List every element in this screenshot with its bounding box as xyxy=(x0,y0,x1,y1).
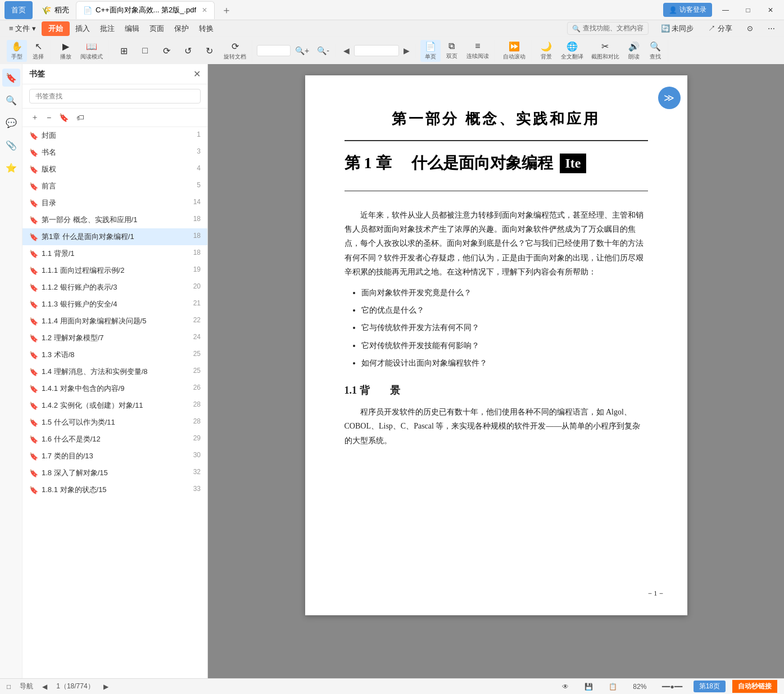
bookmark-tag-btn[interactable]: 🏷 xyxy=(75,111,86,124)
bookmark-text: 封面 xyxy=(42,130,193,141)
list-item[interactable]: 🔖 1.4 理解消息、方法和实例变量/8 25 xyxy=(22,363,207,380)
bookmark-sidebar-btn[interactable]: 🔖 xyxy=(2,69,20,87)
menu-edit[interactable]: 编辑 xyxy=(120,21,144,36)
list-item[interactable]: 🔖 1.2 理解对象模型/7 24 xyxy=(22,330,207,346)
select-tool-btn[interactable]: ↖ 选择 xyxy=(28,40,48,62)
app-tab[interactable]: 🌾 稻壳 xyxy=(35,1,76,19)
list-item[interactable]: 🔖 1.6 什么不是类/12 29 xyxy=(22,431,207,448)
page-input[interactable]: 18/774 xyxy=(354,45,399,56)
bottom-next-btn[interactable]: ▶ xyxy=(103,683,108,691)
list-item[interactable]: 🔖 封面 1 xyxy=(22,127,207,144)
home-tab[interactable]: 首页 xyxy=(4,1,33,19)
minimize-button[interactable]: — xyxy=(717,3,735,17)
list-item[interactable]: 🔖 第一部分 概念、实践和应用/1 18 xyxy=(22,211,207,228)
menu-protect[interactable]: 保护 xyxy=(170,21,193,36)
list-item[interactable]: 🔖 1.1.1 面向过程编程示例/2 19 xyxy=(22,262,207,279)
reading-mode-btn[interactable]: 📖 阅读模式 xyxy=(77,40,106,62)
bottom-prev-btn[interactable]: ◀ xyxy=(42,683,47,691)
list-item[interactable]: 🔖 1.3 术语/8 25 xyxy=(22,346,207,363)
list-item[interactable]: 🔖 1.1.2 银行账户的表示/3 20 xyxy=(22,279,207,296)
next-page-btn[interactable]: ▶ xyxy=(400,44,413,57)
find-btn[interactable]: 🔍 查找 xyxy=(645,40,665,62)
bottom-zoom[interactable]: 82% xyxy=(628,682,651,692)
clipboard-btn[interactable]: 📋 xyxy=(604,682,622,692)
settings-btn[interactable]: ⊙ xyxy=(742,22,758,35)
rotate-doc-btn[interactable]: ⟳ 旋转文档 xyxy=(220,40,250,62)
save-btn[interactable]: 💾 xyxy=(580,682,597,692)
list-item[interactable]: 🔖 1.1 背景/1 18 xyxy=(22,245,207,262)
menu-convert[interactable]: 转换 xyxy=(194,21,218,36)
list-item[interactable]: 🔖 1.1.4 用面向对象编程解决问题/5 22 xyxy=(22,313,207,330)
bullet-item: 它与传统软件开发方法有何不同？ xyxy=(361,321,648,335)
list-item[interactable]: 🔖 第1章 什么是面向对象编程/1 18 xyxy=(22,228,207,245)
float-action-btn[interactable]: ≫ xyxy=(658,87,681,109)
favorite-sidebar-btn[interactable]: ⭐ xyxy=(2,159,20,177)
prev-page-btn[interactable]: ◀ xyxy=(340,44,353,57)
continuous-read-btn[interactable]: ≡ 连续阅读 xyxy=(463,40,492,61)
sync-status[interactable]: 🔄 未同步 xyxy=(656,21,699,36)
close-button[interactable]: ✕ xyxy=(762,3,780,17)
menu-annotate[interactable]: 批注 xyxy=(96,21,119,36)
add-tab-btn[interactable]: ＋ xyxy=(217,3,236,17)
rotate-btn[interactable]: ⟳ xyxy=(156,44,176,57)
bookmark-page: 5 xyxy=(197,181,201,189)
bg-btn[interactable]: 🌙 背景 xyxy=(536,40,556,62)
list-item[interactable]: 🔖 版权 4 xyxy=(22,161,207,178)
pdf-icon: 📄 xyxy=(83,6,92,15)
share-btn[interactable]: ↗ 分享 xyxy=(704,21,737,36)
list-item[interactable]: 🔖 1.8 深入了解对象/15 32 xyxy=(22,465,207,481)
bookmark-flag-icon: 🔖 xyxy=(29,267,38,275)
list-item[interactable]: 🔖 1.7 类的目的/13 30 xyxy=(22,448,207,465)
list-item[interactable]: 🔖 1.4.2 实例化（或创建）对象/11 28 xyxy=(22,397,207,414)
ad-text[interactable]: 自动秒链接 xyxy=(732,680,777,693)
zoom-input[interactable]: 82.37% xyxy=(257,45,291,56)
search-box[interactable]: 🔍 查找功能、文档内容 xyxy=(567,22,649,35)
sidebar-search-input[interactable] xyxy=(29,89,201,103)
zoom-out-btn[interactable]: 🔍- xyxy=(314,44,333,57)
outline-btn[interactable]: □ xyxy=(135,44,155,57)
prev-rotate-btn[interactable]: ↺ xyxy=(178,44,198,57)
bookmark-page: 18 xyxy=(193,232,201,240)
menu-insert[interactable]: 插入 xyxy=(71,21,94,36)
list-item[interactable]: 🔖 1.5 什么可以作为类/11 28 xyxy=(22,414,207,431)
zoom-slider[interactable]: ━━●━━ xyxy=(658,682,686,692)
doc-tab-close[interactable]: ✕ xyxy=(202,6,207,14)
list-item[interactable]: 🔖 1.1.3 银行账户的安全/4 21 xyxy=(22,296,207,313)
menu-page[interactable]: 页面 xyxy=(145,21,169,36)
menu-start[interactable]: 开始 xyxy=(42,21,70,36)
attachment-sidebar-btn[interactable]: 📎 xyxy=(2,136,20,154)
comment-sidebar-btn[interactable]: 💬 xyxy=(2,114,20,132)
list-item[interactable]: 🔖 目录 14 xyxy=(22,195,207,211)
doc-tab-label: C++面向对象高效... 第2版_.pdf xyxy=(96,5,196,15)
eye-btn[interactable]: 👁 xyxy=(558,682,573,692)
add-bookmark-btn[interactable]: ＋ xyxy=(29,111,40,124)
login-button[interactable]: 👤 访客登录 xyxy=(663,3,712,17)
hand-tool-btn[interactable]: ✋ 手型 xyxy=(7,40,27,62)
zoom-in-btn[interactable]: 🔍+ xyxy=(292,44,312,57)
read-aloud-btn[interactable]: 🔊 朗读 xyxy=(624,40,644,62)
doc-tab[interactable]: 📄 C++面向对象高效... 第2版_.pdf ✕ xyxy=(76,1,215,19)
search-sidebar-btn[interactable]: 🔍 xyxy=(2,91,20,109)
bookmark-page: 28 xyxy=(193,417,201,425)
play-btn[interactable]: ▶ 播放 xyxy=(56,40,76,62)
thumbnail-btn[interactable]: ⊞ xyxy=(114,44,134,57)
next-rotate-btn[interactable]: ↻ xyxy=(199,44,219,57)
auto-scroll-btn[interactable]: ⏩ 自动滚动 xyxy=(500,40,529,62)
bg-icon: 🌙 xyxy=(541,41,552,52)
list-item[interactable]: 🔖 书名 3 xyxy=(22,144,207,161)
single-page-btn[interactable]: 📄 单页 xyxy=(420,40,441,62)
screenshot-btn[interactable]: ✂ 截图和对比 xyxy=(588,40,623,62)
bookmark-flag-btn[interactable]: 🔖 xyxy=(57,111,70,124)
list-item[interactable]: 🔖 1.8.1 对象的状态/15 33 xyxy=(22,481,207,498)
list-item[interactable]: 🔖 1.4.1 对象中包含的内容/9 26 xyxy=(22,380,207,397)
pdf-viewer[interactable]: 第一部分 概念、实践和应用 第 1 章 什么是面向对象编程 Ite 近年来，软件… xyxy=(208,64,784,678)
menu-file[interactable]: ≡ 文件 ▾ xyxy=(4,21,40,36)
list-item[interactable]: 🔖 前言 5 xyxy=(22,178,207,195)
delete-bookmark-btn[interactable]: − xyxy=(45,111,53,124)
maximize-button[interactable]: □ xyxy=(739,3,757,17)
translate-btn[interactable]: 🌐 全文翻译 xyxy=(558,40,587,62)
page-indicator-btn[interactable]: 第18页 xyxy=(694,681,726,692)
double-page-btn[interactable]: ⧉ 双页 xyxy=(442,40,462,61)
sidebar-close-btn[interactable]: ✕ xyxy=(193,69,201,79)
more-btn[interactable]: ⋯ xyxy=(763,22,780,35)
